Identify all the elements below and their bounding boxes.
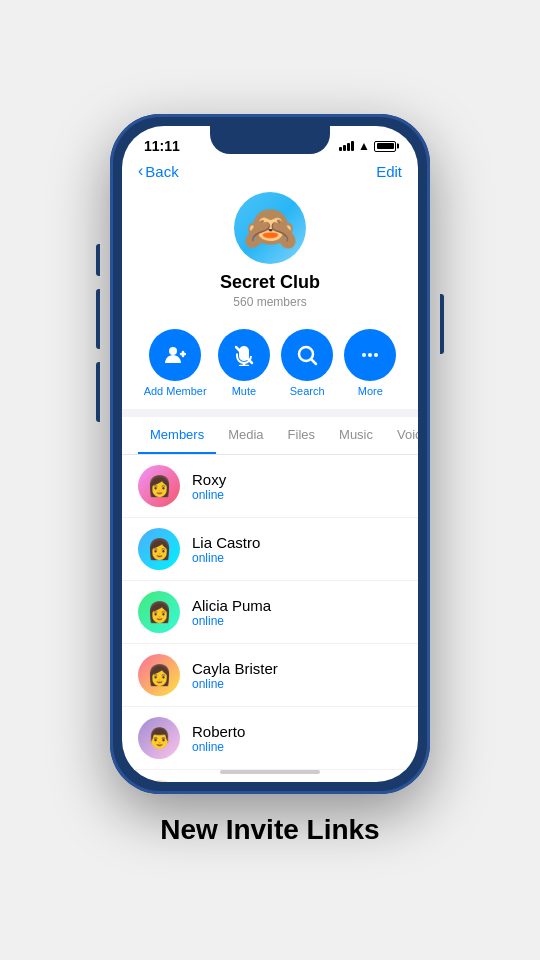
more-label: More	[358, 385, 383, 397]
volume-down-button	[96, 362, 100, 422]
page-wrapper: 11:11 ▲ ‹ Ba	[0, 0, 540, 960]
tab-voice[interactable]: Voice	[385, 417, 418, 454]
phone-screen: 11:11 ▲ ‹ Ba	[122, 126, 418, 782]
list-item[interactable]: 👩 Lia Castro online	[122, 518, 418, 581]
chevron-left-icon: ‹	[138, 162, 143, 180]
search-button[interactable]: Search	[281, 329, 333, 397]
member-status: online	[192, 677, 278, 691]
search-icon-circle	[281, 329, 333, 381]
tabs-container: Members Media Files Music Voice Lin...	[122, 417, 418, 455]
avatar: 👩	[138, 654, 180, 696]
more-button[interactable]: More	[344, 329, 396, 397]
search-icon	[296, 344, 318, 366]
group-name: Secret Club	[220, 272, 320, 293]
add-member-icon	[164, 344, 186, 366]
status-icons: ▲	[339, 139, 396, 153]
edit-button[interactable]: Edit	[376, 163, 402, 180]
search-label: Search	[290, 385, 325, 397]
status-time: 11:11	[144, 138, 180, 154]
group-avatar-emoji: 🙈	[243, 202, 298, 254]
mute-button[interactable]: Mute	[218, 329, 270, 397]
tab-music[interactable]: Music	[327, 417, 385, 454]
more-icon-circle	[344, 329, 396, 381]
volume-up-button	[96, 289, 100, 349]
member-status: online	[192, 551, 260, 565]
svg-point-8	[362, 353, 366, 357]
bottom-heading: New Invite Links	[160, 814, 379, 846]
member-info: Lia Castro online	[192, 534, 260, 565]
member-info: Cayla Brister online	[192, 660, 278, 691]
member-status: online	[192, 614, 271, 628]
mute-icon-circle	[218, 329, 270, 381]
action-buttons-row: Add Member Mute	[122, 321, 418, 409]
wifi-icon: ▲	[358, 139, 370, 153]
member-name: Alicia Puma	[192, 597, 271, 614]
signal-icon	[339, 141, 354, 151]
phone-frame: 11:11 ▲ ‹ Ba	[110, 114, 430, 794]
list-item[interactable]: 👨 Roberto online	[122, 707, 418, 770]
back-button[interactable]: ‹ Back	[138, 162, 179, 180]
home-indicator	[220, 770, 320, 774]
mute-label: Mute	[232, 385, 256, 397]
svg-point-10	[374, 353, 378, 357]
section-divider	[122, 409, 418, 417]
member-info: Roxy online	[192, 471, 226, 502]
mute-icon	[233, 344, 255, 366]
notch	[210, 126, 330, 154]
tab-members[interactable]: Members	[138, 417, 216, 454]
member-info: Alicia Puma online	[192, 597, 271, 628]
avatar: 👩	[138, 591, 180, 633]
add-member-button[interactable]: Add Member	[144, 329, 207, 397]
avatar: 👨	[138, 717, 180, 759]
list-item[interactable]: 👩 Alicia Puma online	[122, 581, 418, 644]
member-status: online	[192, 488, 226, 502]
power-button	[440, 294, 444, 354]
add-member-label: Add Member	[144, 385, 207, 397]
avatar: 👩	[138, 528, 180, 570]
list-item[interactable]: 👩 Cayla Brister online	[122, 644, 418, 707]
member-name: Lia Castro	[192, 534, 260, 551]
member-name: Cayla Brister	[192, 660, 278, 677]
member-status: online	[192, 740, 245, 754]
member-name: Roxy	[192, 471, 226, 488]
list-item[interactable]: 👩 Roxy online	[122, 455, 418, 518]
svg-line-7	[312, 360, 317, 365]
member-info: Roberto online	[192, 723, 245, 754]
back-label: Back	[145, 163, 178, 180]
add-member-icon-circle	[149, 329, 201, 381]
tab-files[interactable]: Files	[276, 417, 327, 454]
more-icon	[359, 344, 381, 366]
svg-point-0	[169, 347, 177, 355]
battery-icon	[374, 141, 396, 152]
group-members-count: 560 members	[233, 295, 306, 309]
group-header: 🙈 Secret Club 560 members	[122, 188, 418, 321]
tab-media[interactable]: Media	[216, 417, 275, 454]
members-list: 👩 Roxy online 👩 Lia Castro online 👩	[122, 455, 418, 782]
group-avatar: 🙈	[234, 192, 306, 264]
avatar: 👩	[138, 780, 180, 782]
svg-point-9	[368, 353, 372, 357]
nav-bar: ‹ Back Edit	[122, 158, 418, 188]
member-name: Roberto	[192, 723, 245, 740]
silent-button	[96, 244, 100, 276]
avatar: 👩	[138, 465, 180, 507]
